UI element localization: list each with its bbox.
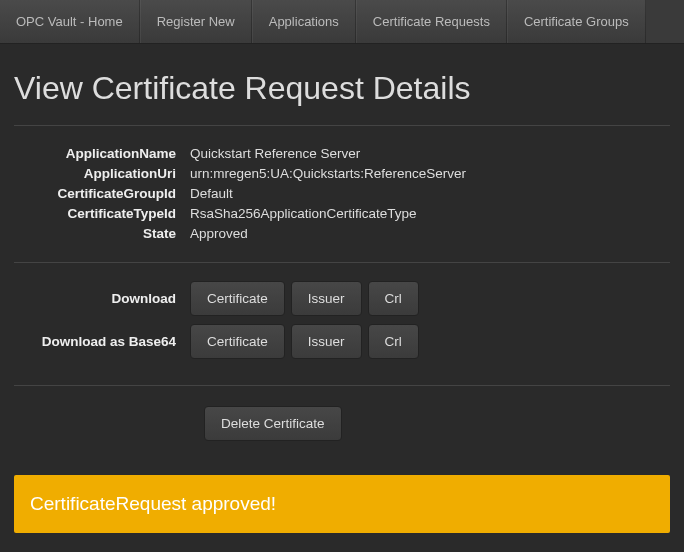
label-cert-type: CertificateTypeId [14,204,176,224]
label-app-name: ApplicationName [14,144,176,164]
value-app-uri: urn:mregen5:UA:Quickstarts:ReferenceServ… [190,164,670,184]
label-state: State [14,224,176,244]
details-section: ApplicationName ApplicationUri Certifica… [14,126,670,263]
download-base64-issuer-button[interactable]: Issuer [291,324,362,359]
main-content: View Certificate Request Details Applica… [0,44,684,465]
details-values: Quickstart Reference Server urn:mregen5:… [190,144,670,244]
download-label: Download [14,291,190,306]
page-title: View Certificate Request Details [14,60,670,126]
nav-certificate-requests[interactable]: Certificate Requests [356,0,507,43]
download-crl-button[interactable]: Crl [368,281,419,316]
actions-section: Delete Certificate [14,386,670,465]
download-base64-row: Download as Base64 Certificate Issuer Cr… [14,324,670,359]
alert-banner: CertificateRequest approved! [14,475,670,533]
download-base64-label: Download as Base64 [14,334,190,349]
value-app-name: Quickstart Reference Server [190,144,670,164]
details-labels: ApplicationName ApplicationUri Certifica… [14,144,190,244]
delete-certificate-button[interactable]: Delete Certificate [204,406,342,441]
download-issuer-button[interactable]: Issuer [291,281,362,316]
nav-home[interactable]: OPC Vault - Home [0,0,140,43]
nav-applications[interactable]: Applications [252,0,356,43]
nav-register-new[interactable]: Register New [140,0,252,43]
download-row: Download Certificate Issuer Crl [14,281,670,316]
label-app-uri: ApplicationUri [14,164,176,184]
nav-certificate-groups[interactable]: Certificate Groups [507,0,646,43]
download-section: Download Certificate Issuer Crl Download… [14,263,670,386]
value-state: Approved [190,224,670,244]
value-cert-type: RsaSha256ApplicationCertificateType [190,204,670,224]
download-base64-crl-button[interactable]: Crl [368,324,419,359]
top-nav: OPC Vault - Home Register New Applicatio… [0,0,684,44]
label-cert-group: CertificateGroupId [14,184,176,204]
download-certificate-button[interactable]: Certificate [190,281,285,316]
download-base64-certificate-button[interactable]: Certificate [190,324,285,359]
value-cert-group: Default [190,184,670,204]
